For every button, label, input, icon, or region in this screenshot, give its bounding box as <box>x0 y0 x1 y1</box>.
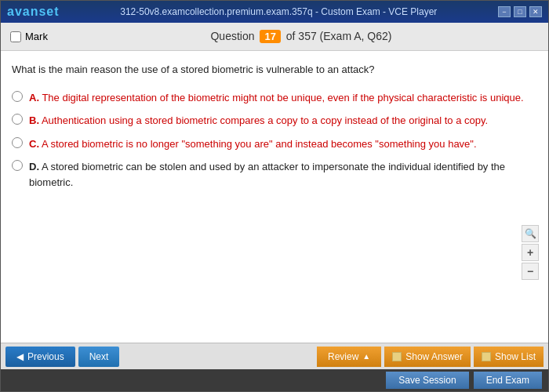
option-d-text: D. A stored biometric can be stolen and … <box>29 159 537 190</box>
option-c-letter: C. <box>29 138 39 150</box>
minimize-button[interactable]: − <box>498 6 511 17</box>
option-c[interactable]: C. A stored biometric is no longer "some… <box>12 136 537 152</box>
option-d[interactable]: D. A stored biometric can be stolen and … <box>12 159 537 190</box>
review-label: Review <box>328 351 358 362</box>
search-zoom-button[interactable]: 🔍 <box>522 225 539 242</box>
radio-c[interactable] <box>12 137 23 148</box>
option-b-text: B. Authentication using a stored biometr… <box>29 113 488 129</box>
title-bar: avanset 312-50v8.examcollection.premium.… <box>1 1 548 23</box>
question-text: What is the main reason the use of a sto… <box>12 62 537 78</box>
header-bar: Mark Question 17 of 357 (Exam A, Q62) <box>1 23 548 51</box>
window-title: 312-50v8.examcollection.premium.exam.357… <box>60 6 498 17</box>
show-answer-button[interactable]: Show Answer <box>384 347 471 367</box>
radio-d[interactable] <box>12 160 23 171</box>
zoom-in-button[interactable]: + <box>522 244 539 261</box>
window-controls: − □ ✕ <box>498 6 542 17</box>
next-button[interactable]: Next <box>78 347 120 367</box>
question-label: Question <box>210 30 254 42</box>
save-session-button[interactable]: Save Session <box>386 372 468 389</box>
option-a-letter: A. <box>29 92 39 103</box>
show-answer-label: Show Answer <box>405 351 463 362</box>
show-answer-icon <box>392 352 402 361</box>
bottom-bar: Save Session End Exam <box>1 369 548 391</box>
prev-arrow-icon: ◀ <box>16 351 24 362</box>
option-a[interactable]: A. The digital representation of the bio… <box>12 90 537 106</box>
option-b[interactable]: B. Authentication using a stored biometr… <box>12 113 537 129</box>
option-a-text: A. The digital representation of the bio… <box>29 90 524 106</box>
next-label: Next <box>89 351 109 362</box>
zoom-controls: 🔍 + − <box>522 225 539 280</box>
option-c-text: C. A stored biometric is no longer "some… <box>29 136 477 152</box>
bottom-toolbar: ◀ Previous Next Review ▲ Show Answer Sho… <box>1 343 548 369</box>
mark-label: Mark <box>25 31 48 42</box>
logo-part2: set <box>38 5 59 18</box>
option-d-letter: D. <box>29 161 39 172</box>
logo: avanset <box>7 5 60 19</box>
show-list-button[interactable]: Show List <box>474 347 544 367</box>
show-list-label: Show List <box>495 351 536 362</box>
logo-part1: avan <box>7 5 38 18</box>
mark-area[interactable]: Mark <box>10 31 48 42</box>
show-list-icon <box>482 352 491 361</box>
previous-button[interactable]: ◀ Previous <box>5 347 75 367</box>
previous-label: Previous <box>27 351 64 362</box>
review-chevron-icon: ▲ <box>362 352 370 361</box>
review-button[interactable]: Review ▲ <box>317 347 381 367</box>
zoom-out-button[interactable]: − <box>522 263 539 280</box>
main-content: What is the main reason the use of a sto… <box>1 51 548 343</box>
option-b-letter: B. <box>29 114 39 126</box>
close-button[interactable]: ✕ <box>529 6 542 17</box>
maximize-button[interactable]: □ <box>514 6 526 17</box>
question-info: Question 17 of 357 (Exam A, Q62) <box>64 30 539 43</box>
question-total: of 357 (Exam A, Q62) <box>286 30 392 42</box>
mark-checkbox[interactable] <box>10 31 21 42</box>
main-window: avanset 312-50v8.examcollection.premium.… <box>0 0 549 392</box>
question-number-badge: 17 <box>260 30 280 43</box>
logo-area: avanset <box>7 5 60 19</box>
radio-b[interactable] <box>12 114 23 125</box>
radio-a[interactable] <box>12 91 23 102</box>
end-exam-button[interactable]: End Exam <box>474 372 542 389</box>
